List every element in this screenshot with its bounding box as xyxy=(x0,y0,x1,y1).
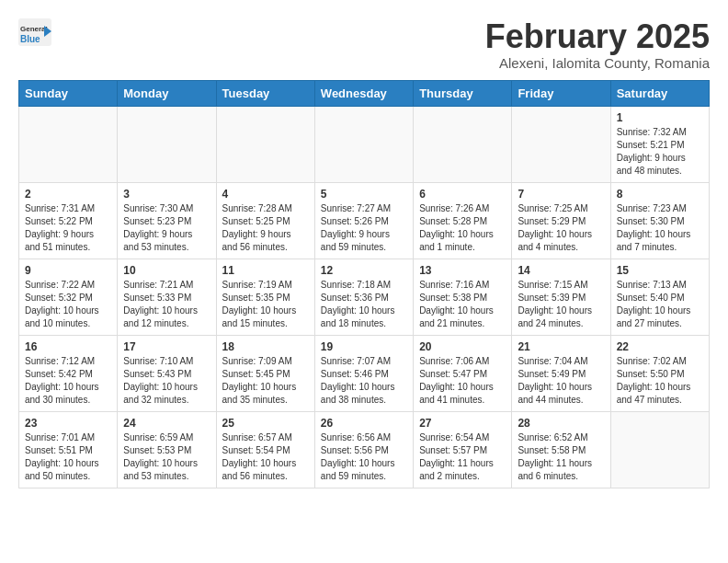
calendar-cell xyxy=(414,106,512,182)
logo-icon: General Blue xyxy=(18,18,51,46)
calendar-cell: 11Sunrise: 7:19 AM Sunset: 5:35 PM Dayli… xyxy=(216,259,314,335)
day-number: 22 xyxy=(617,340,703,353)
calendar-cell: 10Sunrise: 7:21 AM Sunset: 5:33 PM Dayli… xyxy=(118,259,216,335)
calendar-cell: 3Sunrise: 7:30 AM Sunset: 5:23 PM Daylig… xyxy=(118,182,216,259)
calendar-cell: 20Sunrise: 7:06 AM Sunset: 5:47 PM Dayli… xyxy=(414,335,512,411)
day-number: 14 xyxy=(518,264,604,277)
calendar-table: SundayMondayTuesdayWednesdayThursdayFrid… xyxy=(18,80,710,488)
weekday-header-row: SundayMondayTuesdayWednesdayThursdayFrid… xyxy=(19,80,710,106)
day-info: Sunrise: 7:04 AM Sunset: 5:49 PM Dayligh… xyxy=(518,355,604,407)
day-number: 26 xyxy=(321,417,407,430)
day-number: 10 xyxy=(123,264,210,277)
day-number: 1 xyxy=(617,111,703,124)
calendar-cell: 25Sunrise: 6:57 AM Sunset: 5:54 PM Dayli… xyxy=(216,411,314,488)
day-info: Sunrise: 7:19 AM Sunset: 5:35 PM Dayligh… xyxy=(222,279,309,330)
day-number: 8 xyxy=(617,188,703,201)
week-row-3: 9Sunrise: 7:22 AM Sunset: 5:32 PM Daylig… xyxy=(19,259,710,335)
day-info: Sunrise: 7:26 AM Sunset: 5:28 PM Dayligh… xyxy=(419,202,506,254)
day-info: Sunrise: 7:27 AM Sunset: 5:26 PM Dayligh… xyxy=(321,202,407,254)
day-info: Sunrise: 7:28 AM Sunset: 5:25 PM Dayligh… xyxy=(222,202,309,254)
calendar-cell xyxy=(512,106,610,182)
day-info: Sunrise: 6:56 AM Sunset: 5:56 PM Dayligh… xyxy=(321,431,407,483)
day-info: Sunrise: 7:15 AM Sunset: 5:39 PM Dayligh… xyxy=(518,279,604,330)
calendar-cell: 17Sunrise: 7:10 AM Sunset: 5:43 PM Dayli… xyxy=(118,335,216,411)
day-info: Sunrise: 7:16 AM Sunset: 5:38 PM Dayligh… xyxy=(419,279,506,330)
day-number: 18 xyxy=(222,340,309,353)
day-number: 24 xyxy=(123,417,210,430)
weekday-sunday: Sunday xyxy=(19,80,118,106)
calendar-cell xyxy=(19,106,118,182)
calendar-cell xyxy=(610,411,709,488)
calendar-cell: 18Sunrise: 7:09 AM Sunset: 5:45 PM Dayli… xyxy=(216,335,314,411)
day-info: Sunrise: 7:30 AM Sunset: 5:23 PM Dayligh… xyxy=(123,202,210,254)
day-info: Sunrise: 6:52 AM Sunset: 5:58 PM Dayligh… xyxy=(518,431,604,483)
title-block: February 2025 Alexeni, Ialomita County, … xyxy=(485,18,710,71)
calendar-cell: 19Sunrise: 7:07 AM Sunset: 5:46 PM Dayli… xyxy=(314,335,413,411)
calendar-cell: 4Sunrise: 7:28 AM Sunset: 5:25 PM Daylig… xyxy=(216,182,314,259)
day-number: 19 xyxy=(321,340,407,353)
calendar-cell: 8Sunrise: 7:23 AM Sunset: 5:30 PM Daylig… xyxy=(610,182,709,259)
day-number: 17 xyxy=(123,340,210,353)
calendar-cell: 13Sunrise: 7:16 AM Sunset: 5:38 PM Dayli… xyxy=(414,259,512,335)
weekday-friday: Friday xyxy=(512,80,610,106)
calendar-cell xyxy=(118,106,216,182)
day-number: 23 xyxy=(25,417,111,430)
day-info: Sunrise: 7:02 AM Sunset: 5:50 PM Dayligh… xyxy=(617,355,703,407)
svg-text:Blue: Blue xyxy=(20,34,40,44)
day-number: 7 xyxy=(518,188,604,201)
calendar-cell: 5Sunrise: 7:27 AM Sunset: 5:26 PM Daylig… xyxy=(314,182,413,259)
day-info: Sunrise: 7:06 AM Sunset: 5:47 PM Dayligh… xyxy=(419,355,506,407)
week-row-2: 2Sunrise: 7:31 AM Sunset: 5:22 PM Daylig… xyxy=(19,182,710,259)
day-info: Sunrise: 7:12 AM Sunset: 5:42 PM Dayligh… xyxy=(25,355,111,407)
svg-text:General: General xyxy=(20,25,48,33)
day-info: Sunrise: 6:54 AM Sunset: 5:57 PM Dayligh… xyxy=(419,431,506,483)
weekday-thursday: Thursday xyxy=(414,80,512,106)
day-number: 2 xyxy=(25,188,111,201)
calendar-cell: 15Sunrise: 7:13 AM Sunset: 5:40 PM Dayli… xyxy=(610,259,709,335)
day-number: 25 xyxy=(222,417,309,430)
day-number: 21 xyxy=(518,340,604,353)
day-info: Sunrise: 7:25 AM Sunset: 5:29 PM Dayligh… xyxy=(518,202,604,254)
day-info: Sunrise: 7:13 AM Sunset: 5:40 PM Dayligh… xyxy=(617,279,703,330)
day-info: Sunrise: 7:01 AM Sunset: 5:51 PM Dayligh… xyxy=(25,431,111,483)
day-number: 20 xyxy=(419,340,506,353)
day-info: Sunrise: 7:23 AM Sunset: 5:30 PM Dayligh… xyxy=(617,202,703,254)
calendar-cell xyxy=(216,106,314,182)
week-row-4: 16Sunrise: 7:12 AM Sunset: 5:42 PM Dayli… xyxy=(19,335,710,411)
calendar-cell: 21Sunrise: 7:04 AM Sunset: 5:49 PM Dayli… xyxy=(512,335,610,411)
calendar-cell: 2Sunrise: 7:31 AM Sunset: 5:22 PM Daylig… xyxy=(19,182,118,259)
week-row-1: 1Sunrise: 7:32 AM Sunset: 5:21 PM Daylig… xyxy=(19,106,710,182)
weekday-wednesday: Wednesday xyxy=(314,80,413,106)
calendar-subtitle: Alexeni, Ialomita County, Romania xyxy=(485,55,710,71)
day-number: 12 xyxy=(321,264,407,277)
day-info: Sunrise: 7:21 AM Sunset: 5:33 PM Dayligh… xyxy=(123,279,210,330)
calendar-cell: 16Sunrise: 7:12 AM Sunset: 5:42 PM Dayli… xyxy=(19,335,118,411)
day-number: 16 xyxy=(25,340,111,353)
day-number: 28 xyxy=(518,417,604,430)
day-info: Sunrise: 7:31 AM Sunset: 5:22 PM Dayligh… xyxy=(25,202,111,254)
calendar-title: February 2025 xyxy=(485,18,710,55)
day-info: Sunrise: 7:18 AM Sunset: 5:36 PM Dayligh… xyxy=(321,279,407,330)
calendar-cell: 7Sunrise: 7:25 AM Sunset: 5:29 PM Daylig… xyxy=(512,182,610,259)
day-number: 13 xyxy=(419,264,506,277)
calendar-cell: 6Sunrise: 7:26 AM Sunset: 5:28 PM Daylig… xyxy=(414,182,512,259)
day-number: 9 xyxy=(25,264,111,277)
day-info: Sunrise: 7:32 AM Sunset: 5:21 PM Dayligh… xyxy=(617,126,703,178)
day-number: 5 xyxy=(321,188,407,201)
calendar-cell: 24Sunrise: 6:59 AM Sunset: 5:53 PM Dayli… xyxy=(118,411,216,488)
calendar-cell: 27Sunrise: 6:54 AM Sunset: 5:57 PM Dayli… xyxy=(414,411,512,488)
day-number: 3 xyxy=(123,188,210,201)
day-info: Sunrise: 7:22 AM Sunset: 5:32 PM Dayligh… xyxy=(25,279,111,330)
calendar-cell: 9Sunrise: 7:22 AM Sunset: 5:32 PM Daylig… xyxy=(19,259,118,335)
calendar-cell xyxy=(314,106,413,182)
calendar-cell: 22Sunrise: 7:02 AM Sunset: 5:50 PM Dayli… xyxy=(610,335,709,411)
weekday-saturday: Saturday xyxy=(610,80,709,106)
day-info: Sunrise: 7:09 AM Sunset: 5:45 PM Dayligh… xyxy=(222,355,309,407)
day-number: 11 xyxy=(222,264,309,277)
weekday-tuesday: Tuesday xyxy=(216,80,314,106)
calendar-cell: 28Sunrise: 6:52 AM Sunset: 5:58 PM Dayli… xyxy=(512,411,610,488)
calendar-cell: 23Sunrise: 7:01 AM Sunset: 5:51 PM Dayli… xyxy=(19,411,118,488)
day-info: Sunrise: 7:10 AM Sunset: 5:43 PM Dayligh… xyxy=(123,355,210,407)
day-info: Sunrise: 6:57 AM Sunset: 5:54 PM Dayligh… xyxy=(222,431,309,483)
page-header: General Blue February 2025 Alexeni, Ialo… xyxy=(18,18,710,71)
